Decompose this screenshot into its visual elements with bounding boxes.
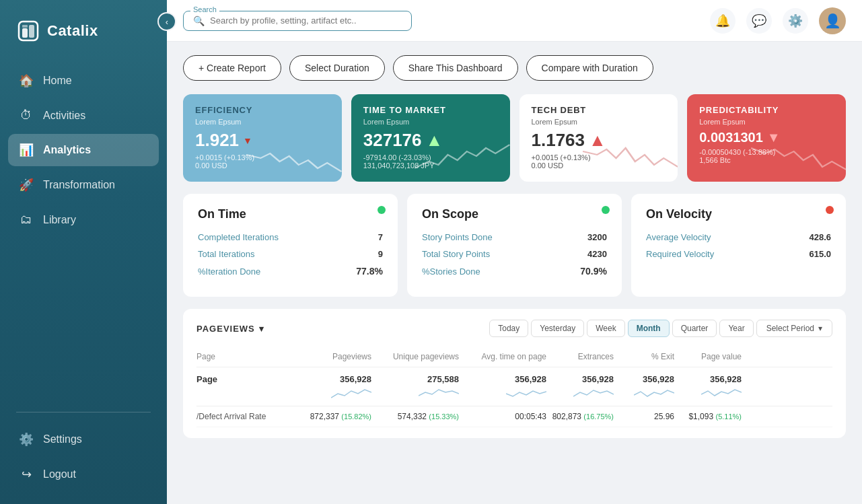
activities-icon: ⏱ [19, 108, 34, 122]
row-avgtime: 00:05:43 [459, 412, 546, 421]
col-pagevalue: Page value [674, 352, 742, 361]
avatar[interactable]: 👤 [819, 7, 846, 34]
avgtime-sparkline [506, 386, 546, 399]
exit-sparkline [634, 386, 674, 399]
on-time-value-2: 77.8% [356, 266, 383, 277]
row-pageviews: 872,337 (15.82%) [304, 412, 371, 421]
total-entrances: 356,928 [546, 374, 614, 399]
analytics-icon: 📊 [19, 143, 34, 157]
chevron-down-icon: ▾ [259, 324, 264, 334]
total-avgtime: 356,928 [459, 374, 546, 399]
library-icon: 🗂 [19, 213, 34, 227]
messages-button[interactable]: 💬 [746, 8, 772, 34]
filter-quarter[interactable]: Quarter [672, 320, 717, 337]
row-page: /Defect Arrival Rate [196, 412, 304, 421]
filter-year[interactable]: Year [719, 320, 753, 337]
kpi-efficiency-subtitle: Lorem Epsum [195, 118, 330, 126]
sidebar-item-settings[interactable]: ⚙️ Settings [8, 423, 159, 456]
kpi-cards-row: EFFICIENCY Lorem Epsum 1.921 ▼ +0.0015 (… [183, 94, 846, 182]
metric-cards-row: On Time Completed Iterations 7 Total Ite… [183, 194, 846, 297]
sidebar-bottom: ⚙️ Settings ↪ Logout [0, 423, 167, 491]
kpi-card-techdebt: TECH DEBT Lorem Epsum 1.1763 ▲ +0.0015 (… [519, 94, 678, 182]
total-exit: 356,928 [614, 374, 674, 399]
on-scope-value-2: 70.9% [580, 266, 607, 277]
main-content: Search 🔍 🔔 💬 ⚙️ 👤 + Create Report Select… [167, 0, 862, 504]
table-totals-row: Page 356,928 275,588 356,928 [196, 367, 832, 406]
on-scope-value-1: 4230 [587, 249, 607, 259]
sidebar-logo: Catalix [0, 0, 167, 65]
pageviews-section: PAGEVIEWS ▾ Today Yesterday Week Month Q… [183, 309, 846, 438]
sidebar-item-transformation[interactable]: 🚀 Transformation [8, 169, 159, 201]
sidebar-item-home-label: Home [43, 75, 72, 87]
filter-month[interactable]: Month [628, 320, 670, 337]
filter-today[interactable]: Today [489, 320, 528, 337]
on-time-title: On Time [198, 207, 383, 221]
on-velocity-value-0: 428.6 [809, 232, 831, 242]
logo-icon [16, 19, 40, 43]
select-period-dropdown[interactable]: Select Period ▾ [756, 320, 832, 337]
col-pageviews: Pageviews [304, 352, 371, 361]
chat-icon: 💬 [752, 13, 766, 28]
filter-yesterday[interactable]: Yesterday [531, 320, 584, 337]
on-scope-title: On Scope [422, 207, 607, 221]
share-dashboard-button[interactable]: Share This Dashboard [393, 55, 518, 81]
select-period-chevron-icon: ▾ [818, 324, 822, 333]
entrances-sparkline [573, 386, 614, 399]
sidebar-item-activities-label: Activities [43, 110, 85, 122]
sidebar-item-logout-label: Logout [43, 468, 76, 480]
kpi-card-ttm: TIME TO MARKET Lorem Epsum 327176 ▲ -979… [351, 94, 510, 182]
sidebar-item-transformation-label: Transformation [43, 179, 115, 191]
kpi-techdebt-subtitle: Lorem Epsum [532, 118, 666, 126]
techdebt-sparkline [583, 141, 678, 175]
sidebar-item-logout[interactable]: ↪ Logout [8, 458, 159, 491]
notifications-button[interactable]: 🔔 [710, 8, 735, 34]
avatar-image: 👤 [824, 13, 841, 29]
kpi-ttm-subtitle: Lorem Epsum [363, 118, 498, 126]
sidebar-item-activities[interactable]: ⏱ Activities [8, 100, 159, 131]
transformation-icon: 🚀 [19, 178, 34, 192]
on-velocity-label-1: Required Velocity [646, 249, 714, 259]
sidebar-item-analytics[interactable]: 📊 Analytics [8, 134, 159, 166]
create-report-button[interactable]: + Create Report [183, 55, 281, 81]
pageviews-sparkline [331, 386, 371, 399]
total-pageviews: 356,928 [304, 374, 371, 399]
row-unique: 574,332 (15.33%) [371, 412, 459, 421]
kpi-predictability-title: PREDICTABILITY [699, 105, 834, 115]
on-scope-value-0: 3200 [587, 232, 607, 242]
on-velocity-row-0: Average Velocity 428.6 [646, 232, 831, 242]
sidebar-item-library[interactable]: 🗂 Library [8, 204, 159, 236]
on-scope-row-2: %Stories Done 70.9% [422, 266, 607, 277]
search-label: Search [190, 5, 219, 13]
on-time-value-0: 7 [378, 232, 383, 242]
svg-rect-0 [19, 22, 38, 40]
row-exit: 25.96 [614, 412, 674, 421]
kpi-card-efficiency: EFFICIENCY Lorem Epsum 1.921 ▼ +0.0015 (… [183, 94, 342, 182]
header: Search 🔍 🔔 💬 ⚙️ 👤 [167, 0, 862, 42]
content-area: + Create Report Select Duration Share Th… [167, 42, 862, 504]
kpi-ttm-title: TIME TO MARKET [363, 105, 498, 115]
sidebar: ‹ Catalix 🏠 Home ⏱ Activities 📊 Analytic… [0, 0, 167, 504]
on-time-label-0: Completed Iterations [198, 232, 279, 242]
metric-card-on-velocity: On Velocity Average Velocity 428.6 Requi… [631, 194, 846, 297]
total-page-label: Page [196, 374, 304, 399]
search-input[interactable] [210, 15, 402, 26]
pagevalue-sparkline [701, 386, 742, 399]
on-time-status-dot [378, 206, 386, 214]
time-filters: Today Yesterday Week Month Quarter Year … [489, 320, 832, 337]
metric-card-on-scope: On Scope Story Points Done 3200 Total St… [407, 194, 622, 297]
settings-button[interactable]: ⚙️ [783, 8, 808, 34]
filter-week[interactable]: Week [587, 320, 624, 337]
search-container: Search 🔍 [183, 11, 412, 31]
compare-duration-button[interactable]: Compare with Duration [526, 55, 653, 81]
sidebar-item-settings-label: Settings [43, 433, 82, 445]
on-time-label-2: %Iteration Done [198, 266, 260, 277]
table-row: /Defect Arrival Rate 872,337 (15.82%) 57… [196, 406, 832, 427]
header-actions: 🔔 💬 ⚙️ 👤 [710, 7, 846, 34]
sidebar-item-library-label: Library [43, 214, 76, 226]
bell-icon: 🔔 [715, 13, 730, 28]
settings-icon: ⚙️ [19, 432, 34, 447]
sidebar-item-home[interactable]: 🏠 Home [8, 65, 159, 97]
select-duration-button[interactable]: Select Duration [289, 55, 385, 81]
sidebar-collapse-button[interactable]: ‹ [157, 12, 176, 31]
sidebar-divider [16, 412, 151, 412]
